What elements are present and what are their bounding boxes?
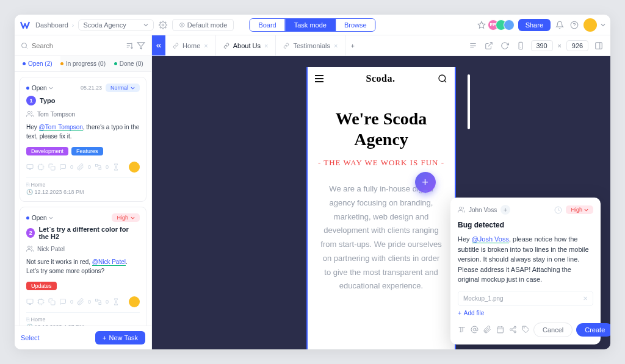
task-status[interactable]: Open	[26, 85, 53, 91]
filter-icon[interactable]	[137, 41, 145, 50]
share-button[interactable]: Share	[518, 19, 551, 31]
popover-body[interactable]: Hey @Josh Voss, please notice how the su…	[458, 234, 593, 285]
list-icon[interactable]	[468, 40, 479, 51]
task-body: Not sure it works in red, @Nick Patel. L…	[26, 257, 140, 276]
app-logo[interactable]	[20, 20, 31, 30]
mention[interactable]: @Nick Patel	[92, 259, 126, 266]
task-card[interactable]: Open 05.21.23 Normal 1 Typo Tom Tompson …	[20, 77, 146, 202]
comment-icon[interactable]	[59, 163, 67, 171]
segment-board[interactable]: Board	[250, 19, 285, 31]
assignee-row[interactable]: Nick Patel	[26, 245, 140, 252]
monitor-icon[interactable]	[26, 163, 34, 171]
collapse-panel-button[interactable]	[152, 35, 165, 55]
help-icon[interactable]	[569, 20, 580, 30]
create-button[interactable]: Create	[576, 323, 610, 337]
eye-icon	[179, 22, 185, 28]
calendar-icon[interactable]	[496, 326, 504, 334]
svg-line-29	[444, 80, 446, 82]
breadcrumb-root[interactable]: Dashboard	[35, 21, 68, 29]
attachment-icon[interactable]	[77, 163, 84, 171]
task-avatar[interactable]	[129, 162, 140, 173]
hamburger-icon[interactable]	[315, 75, 323, 82]
priority-pill[interactable]: Normal	[106, 84, 140, 92]
mention-icon[interactable]	[471, 326, 479, 334]
external-link-icon[interactable]	[483, 40, 494, 51]
search-input[interactable]	[32, 42, 122, 49]
new-task-popover: John Voss + High Bug detected Hey @Josh …	[450, 198, 601, 344]
attachment-icon[interactable]	[77, 298, 84, 305]
copy-icon[interactable]	[48, 163, 56, 171]
page-tab-testimonials[interactable]: Testimonials ×	[276, 35, 345, 55]
priority-pill[interactable]: High	[566, 205, 593, 214]
canvas-area[interactable]: Scoda. We're Scoda Agency - THE WAY WE W…	[152, 56, 610, 349]
add-file-button[interactable]: +Add file	[458, 310, 593, 316]
mode-button[interactable]: Default mode	[172, 19, 234, 31]
user-avatar[interactable]	[583, 18, 597, 32]
device-icon[interactable]	[515, 40, 526, 51]
viewport-height[interactable]: 926	[566, 40, 588, 51]
chevron-down-icon[interactable]	[601, 23, 605, 27]
page-tab-about[interactable]: About Us ×	[216, 35, 276, 55]
clock-icon[interactable]	[554, 206, 562, 214]
close-icon[interactable]: ×	[204, 42, 208, 49]
link-icon	[173, 43, 179, 49]
user-icon	[26, 245, 34, 252]
select-link[interactable]: Select	[21, 334, 40, 341]
task-timestamp: 🕓 12.12.2023 6:18 PM	[26, 189, 140, 195]
add-assignee-button[interactable]: +	[500, 205, 510, 215]
tag[interactable]: Features	[71, 147, 103, 155]
dimension-x: ×	[558, 42, 562, 49]
search-icon[interactable]	[438, 74, 447, 84]
settings-icon[interactable]	[159, 21, 167, 29]
comment-icon[interactable]	[59, 298, 67, 305]
task-sidebar: Open (2) In progress (0) Done (0) Open 0…	[15, 56, 152, 349]
viewport-width[interactable]: 390	[531, 40, 553, 51]
task-card[interactable]: Open High 2 Let`s try a different color …	[20, 207, 146, 326]
tag[interactable]: Updates	[26, 282, 57, 290]
close-icon[interactable]: ×	[334, 42, 338, 49]
copy-icon[interactable]	[48, 298, 56, 305]
target-icon[interactable]	[37, 298, 45, 305]
cancel-button[interactable]: Cancel	[533, 323, 573, 337]
subtask-icon[interactable]	[95, 163, 102, 171]
tag-icon[interactable]	[522, 326, 530, 334]
star-icon[interactable]	[476, 20, 487, 30]
assignee-row[interactable]: Tom Tompson	[26, 110, 140, 118]
status-tab-open[interactable]: Open (2)	[15, 56, 60, 71]
segment-browse[interactable]: Browse	[336, 19, 375, 31]
task-date: 05.21.23	[81, 85, 102, 91]
tag[interactable]: Development	[26, 147, 68, 155]
status-tab-done[interactable]: Done (0)	[106, 56, 151, 71]
add-comment-fab[interactable]: +	[415, 172, 436, 193]
panels-icon[interactable]	[593, 40, 604, 51]
priority-pill[interactable]: High	[112, 213, 140, 222]
new-task-button[interactable]: +New Task	[95, 331, 145, 344]
mention[interactable]: @Josh Voss	[472, 235, 509, 243]
collaborator-avatars[interactable]: EF	[491, 20, 515, 30]
close-icon[interactable]: ×	[264, 42, 268, 49]
text-format-icon[interactable]	[458, 326, 466, 334]
subtask-icon[interactable]	[95, 298, 102, 305]
workspace-dropdown[interactable]: Scoda Agency	[78, 20, 154, 30]
refresh-icon[interactable]	[499, 40, 510, 51]
page-tab-home[interactable]: Home ×	[165, 35, 216, 55]
status-tab-inprogress[interactable]: In progress (0)	[60, 56, 106, 71]
attachment-icon[interactable]	[483, 326, 491, 334]
target-icon[interactable]	[37, 163, 45, 171]
hourglass-icon[interactable]	[112, 298, 120, 305]
share-icon[interactable]	[509, 326, 517, 334]
hourglass-icon[interactable]	[112, 163, 120, 171]
svg-rect-21	[27, 299, 33, 304]
remove-attachment-icon[interactable]: ✕	[583, 295, 588, 302]
popover-title[interactable]: Bug detected	[458, 221, 593, 229]
segment-task[interactable]: Task mode	[286, 19, 336, 31]
task-status[interactable]: Open	[26, 215, 53, 221]
bell-icon[interactable]	[554, 20, 565, 30]
sort-icon[interactable]	[126, 41, 134, 50]
task-avatar[interactable]	[129, 296, 140, 307]
preview-scrollbar[interactable]	[468, 74, 470, 129]
hero-paragraph: We are a fully in-house digital agency f…	[316, 182, 446, 293]
monitor-icon[interactable]	[26, 298, 34, 305]
add-tab-button[interactable]: +	[345, 35, 359, 55]
mention[interactable]: @Tom Tompson	[39, 124, 83, 131]
